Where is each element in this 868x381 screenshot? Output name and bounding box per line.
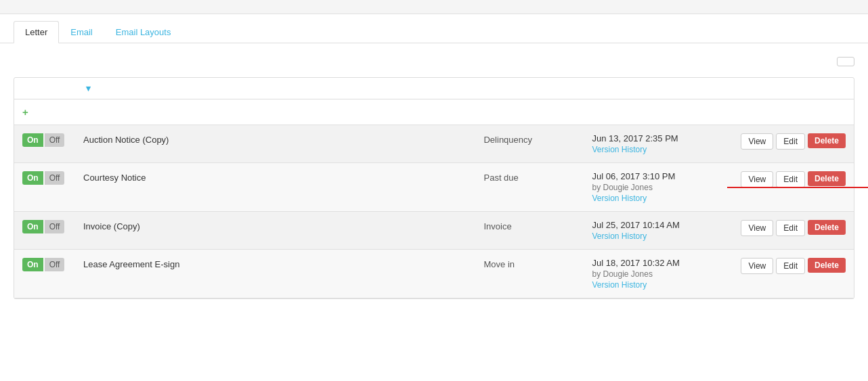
table-row: On Off Auction Notice (Copy) Delinquency…	[14, 125, 854, 163]
template-updated-by: by Dougie Jones	[592, 269, 741, 279]
table-row: On Off Invoice (Copy) Invoice Jul 25, 20…	[14, 212, 854, 250]
template-display: Move in	[483, 258, 592, 269]
template-display: Past due	[483, 171, 592, 183]
template-updated: Jul 18, 2017 10:32 AM by Dougie Jones Ve…	[592, 258, 741, 290]
template-updated: Jun 13, 2017 2:35 PM Version History	[592, 133, 741, 154]
tab-letter[interactable]: Letter	[14, 21, 59, 43]
version-history-link[interactable]: Version History	[592, 145, 741, 154]
toggle-on-button[interactable]: On	[22, 220, 43, 233]
toggle-on-button[interactable]: On	[22, 258, 43, 271]
breadcrumb	[0, 0, 868, 14]
template-updated: Jul 25, 2017 10:14 AM Version History	[592, 220, 741, 241]
edit-button[interactable]: Edit	[776, 258, 805, 274]
add-icon: +	[22, 106, 28, 118]
version-history-link[interactable]: Version History	[592, 231, 741, 241]
view-button[interactable]: View	[741, 220, 773, 236]
table-row: On Off Courtesy Notice Past due Jul 06, …	[14, 163, 854, 212]
version-history-link[interactable]: Version History	[592, 194, 741, 203]
template-actions: View Edit Delete	[741, 258, 846, 274]
edit-button[interactable]: Edit	[776, 133, 805, 150]
view-button[interactable]: View	[741, 258, 773, 274]
set-template-order-button[interactable]	[837, 57, 854, 66]
red-arrow-annotation	[727, 183, 868, 192]
view-button[interactable]: View	[741, 133, 773, 150]
col-header-display	[588, 83, 697, 93]
template-updated-date: Jun 13, 2017 2:35 PM	[592, 133, 741, 143]
template-updated-date: Jul 06, 2017 3:10 PM	[592, 171, 741, 181]
toggle-off-button[interactable]: Off	[45, 258, 65, 271]
toggle-group: On Off	[22, 133, 83, 147]
toggle-on-button[interactable]: On	[22, 133, 43, 147]
delete-button[interactable]: Delete	[808, 220, 846, 235]
delete-button[interactable]: Delete	[808, 258, 846, 273]
edit-button[interactable]: Edit	[776, 220, 805, 236]
template-actions: View Edit Delete	[741, 133, 846, 150]
templates-table: ▾ + On Off Auction Notice (Copy) Delinqu…	[14, 77, 854, 299]
table-row: On Off Lease Agreement E-sign Move in Ju…	[14, 250, 854, 298]
template-display: Invoice	[483, 220, 592, 231]
template-description: Courtesy Notice	[83, 171, 483, 183]
template-updated-date: Jul 25, 2017 10:14 AM	[592, 220, 741, 230]
col-header-active	[22, 83, 83, 93]
template-updated: Jul 06, 2017 3:10 PM by Dougie Jones Ver…	[592, 171, 741, 203]
template-rows: On Off Auction Notice (Copy) Delinquency…	[14, 125, 854, 298]
template-updated-date: Jul 18, 2017 10:32 AM	[592, 258, 741, 268]
add-template-row[interactable]: +	[14, 99, 854, 125]
section-header	[14, 57, 854, 66]
col-header-last-updated	[697, 83, 846, 93]
version-history-link[interactable]: Version History	[592, 280, 741, 290]
template-display: Delinquency	[483, 133, 592, 145]
template-description: Invoice (Copy)	[83, 220, 483, 231]
template-description: Auction Notice (Copy)	[83, 133, 483, 145]
table-header-row: ▾	[14, 78, 854, 99]
toggle-on-button[interactable]: On	[22, 171, 43, 185]
tab-email[interactable]: Email	[59, 21, 104, 43]
toggle-group: On Off	[22, 258, 83, 271]
delete-button[interactable]: Delete	[808, 133, 846, 148]
template-description: Lease Agreement E-sign	[83, 258, 483, 269]
toggle-off-button[interactable]: Off	[45, 220, 65, 233]
toggle-off-button[interactable]: Off	[45, 133, 65, 147]
tabs-bar: Letter Email Email Layouts	[0, 14, 868, 43]
template-actions: View Edit Delete	[741, 220, 846, 236]
main-content: ▾ + On Off Auction Notice (Copy) Delinqu…	[0, 43, 868, 313]
col-header-description[interactable]: ▾	[83, 83, 588, 93]
toggle-off-button[interactable]: Off	[45, 171, 65, 185]
template-updated-by: by Dougie Jones	[592, 183, 741, 192]
toggle-group: On Off	[22, 171, 83, 185]
toggle-group: On Off	[22, 220, 83, 233]
sort-chevron-icon: ▾	[86, 83, 91, 93]
tab-email-layouts[interactable]: Email Layouts	[104, 21, 183, 43]
